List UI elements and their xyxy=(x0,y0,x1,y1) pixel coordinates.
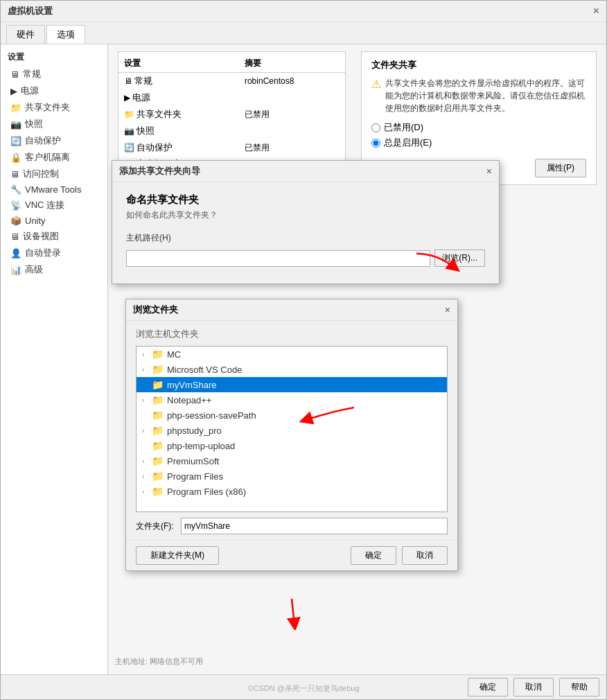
browse-dialog-title-bar: 浏览文件夹 × xyxy=(126,299,457,321)
shared-folder-icon: 📁 xyxy=(10,103,21,113)
sidebar-item-access-control[interactable]: 🖥 访问控制 xyxy=(1,166,107,182)
sidebar-item-label-unity: Unity xyxy=(25,216,46,226)
folder-icon: 📁 xyxy=(152,364,164,375)
browse-button[interactable]: 浏览(R)... xyxy=(434,250,485,267)
browse-ok-button[interactable]: 确定 xyxy=(351,546,396,565)
ok-button[interactable]: 确定 xyxy=(468,678,508,697)
radio-always[interactable] xyxy=(371,139,380,148)
folder-input[interactable] xyxy=(181,518,448,534)
help-button[interactable]: 帮助 xyxy=(559,678,599,697)
sidebar-item-snapshot[interactable]: 📷 快照 xyxy=(1,116,107,132)
browse-cancel-button[interactable]: 取消 xyxy=(402,546,448,565)
tabs-bar: 硬件 选项 xyxy=(1,22,606,44)
add-share-dialog: 添加共享文件夹向导 × 命名共享文件夹 如何命名此共享文件夹？ 主机路径(H) … xyxy=(112,160,500,284)
radio-disabled[interactable] xyxy=(371,123,380,132)
list-item[interactable]: › 📁 Microsoft VS Code xyxy=(137,362,447,377)
browse-dialog-close-button[interactable]: × xyxy=(445,304,450,315)
host-path-row: 主机路径(H) xyxy=(126,232,485,244)
sidebar-item-shared-folder[interactable]: 📁 共享文件夹 xyxy=(1,99,107,116)
row-summary: robinCentos8 xyxy=(239,73,345,90)
expand-arrow-icon xyxy=(142,381,152,389)
browse-bottom-bar: 新建文件夹(M) 确定 取消 xyxy=(126,540,457,570)
file-name: myVmShare xyxy=(167,380,441,390)
row-setting: 🔄 自动保护 xyxy=(118,139,239,156)
warning-icon: ⚠ xyxy=(371,78,381,91)
shared-folder-title: 文件夹共享 xyxy=(371,59,586,71)
table-row[interactable]: 🖥 常规 robinCentos8 xyxy=(118,73,345,90)
sidebar-item-advanced[interactable]: 📊 高级 xyxy=(1,261,107,278)
tab-options[interactable]: 选项 xyxy=(46,25,85,44)
radio-disabled-option[interactable]: 已禁用(D) xyxy=(371,121,586,134)
advanced-icon: 📊 xyxy=(10,265,21,275)
folder-icon: 📁 xyxy=(152,455,164,466)
table-row[interactable]: 📷 快照 xyxy=(118,123,345,139)
sidebar: 设置 🖥 常规 ▶ 电源 📁 共享文件夹 📷 快照 🔄 自动保护 xyxy=(1,44,108,694)
file-name: PremiumSoft xyxy=(167,456,441,466)
file-name: Program Files (x86) xyxy=(167,487,441,497)
list-item[interactable]: › 📁 Program Files (x86) xyxy=(137,484,447,499)
expand-arrow-icon: › xyxy=(142,427,152,435)
list-item[interactable]: › 📁 Notepad++ xyxy=(137,392,447,408)
browse-folder-dialog: 浏览文件夹 × 浏览主机文件夹 › 📁 MC › 📁 Microsoft VS … xyxy=(125,299,458,571)
col-settings: 设置 xyxy=(118,55,239,73)
vnc-icon: 📡 xyxy=(10,200,21,211)
folder-icon: 📁 xyxy=(152,349,164,360)
sidebar-item-guest-isolation[interactable]: 🔒 客户机隔离 xyxy=(1,149,107,166)
host-path-label: 主机路径(H) xyxy=(126,232,182,244)
sidebar-item-vmware-tools[interactable]: 🔧 VMware Tools xyxy=(1,182,107,197)
sidebar-item-unity[interactable]: 📦 Unity xyxy=(1,213,107,228)
add-share-dialog-close-button[interactable]: × xyxy=(486,166,492,177)
row-summary xyxy=(239,89,345,106)
file-name: Notepad++ xyxy=(167,395,441,405)
vmware-tools-icon: 🔧 xyxy=(10,184,21,195)
table-row[interactable]: 📁 共享文件夹 已禁用 xyxy=(118,106,345,123)
tab-hardware[interactable]: 硬件 xyxy=(6,25,45,44)
file-name: php-session-savePath xyxy=(167,410,441,421)
row-summary xyxy=(239,123,345,139)
col-summary: 摘要 xyxy=(239,55,345,73)
radio-always-option[interactable]: 总是启用(E) xyxy=(371,137,586,149)
folder-field-row: 文件夹(F): xyxy=(126,512,457,540)
sidebar-item-autoprotect[interactable]: 🔄 自动保护 xyxy=(1,132,107,149)
new-folder-button[interactable]: 新建文件夹(M) xyxy=(136,546,219,565)
device-view-icon: 🖥 xyxy=(10,231,19,242)
properties-button[interactable]: 属性(P) xyxy=(535,159,586,177)
table-row[interactable]: 🔄 自动保护 已禁用 xyxy=(118,139,345,156)
table-row[interactable]: ▶ 电源 xyxy=(118,89,345,106)
auto-login-icon: 👤 xyxy=(10,248,21,259)
expand-arrow-icon: › xyxy=(142,457,152,465)
folder-icon: 📁 xyxy=(152,425,164,436)
file-name: phpstudy_pro xyxy=(167,426,441,436)
expand-arrow-icon xyxy=(142,442,152,450)
sidebar-item-power[interactable]: ▶ 电源 xyxy=(1,82,107,99)
host-path-input[interactable] xyxy=(126,250,430,267)
list-item[interactable]: 📁 php-session-savePath xyxy=(137,408,447,423)
list-item[interactable]: › 📁 Program Files xyxy=(137,469,447,484)
sidebar-item-label-vnc: VNC 连接 xyxy=(25,199,64,211)
sidebar-item-label-shared-folder: 共享文件夹 xyxy=(25,101,70,114)
add-share-heading: 命名共享文件夹 xyxy=(126,193,485,207)
add-share-dialog-body: 命名共享文件夹 如何命名此共享文件夹？ 主机路径(H) 浏览(R)... xyxy=(112,182,499,283)
list-item[interactable]: 📁 php-temp-upload xyxy=(137,438,447,453)
sidebar-item-label-autoprotect: 自动保护 xyxy=(25,134,61,147)
list-item[interactable]: › 📁 phpstudy_pro xyxy=(137,423,447,438)
sidebar-item-label-access-control: 访问控制 xyxy=(23,168,59,180)
sidebar-item-vnc[interactable]: 📡 VNC 连接 xyxy=(1,197,107,213)
list-item[interactable]: › 📁 MC xyxy=(137,347,447,362)
add-share-dialog-title-bar: 添加共享文件夹向导 × xyxy=(112,161,499,182)
expand-arrow-icon: › xyxy=(142,351,152,358)
sidebar-item-general[interactable]: 🖥 常规 xyxy=(1,66,107,82)
sidebar-item-device-view[interactable]: 🖥 设备视图 xyxy=(1,228,107,245)
browse-dialog-title: 浏览文件夹 xyxy=(133,304,178,316)
browse-heading: 浏览主机文件夹 xyxy=(126,321,457,346)
cancel-button[interactable]: 取消 xyxy=(513,678,554,697)
list-item-selected[interactable]: 📁 myVmShare xyxy=(137,377,447,392)
row-summary: 已禁用 xyxy=(239,106,345,123)
vm-settings-window: 虚拟机设置 × 硬件 选项 设置 🖥 常规 ▶ 电源 📁 共享文件夹 📷 xyxy=(0,0,607,700)
row-setting: 🖥 常规 xyxy=(118,73,239,90)
sidebar-item-auto-login[interactable]: 👤 自动登录 xyxy=(1,245,107,261)
footer-text: 主机地址: 网络信息不可用 xyxy=(115,656,203,667)
add-share-subheading: 如何命名此共享文件夹？ xyxy=(126,209,485,221)
list-item[interactable]: › 📁 PremiumSoft xyxy=(137,453,447,469)
window-close-button[interactable]: × xyxy=(593,5,599,17)
